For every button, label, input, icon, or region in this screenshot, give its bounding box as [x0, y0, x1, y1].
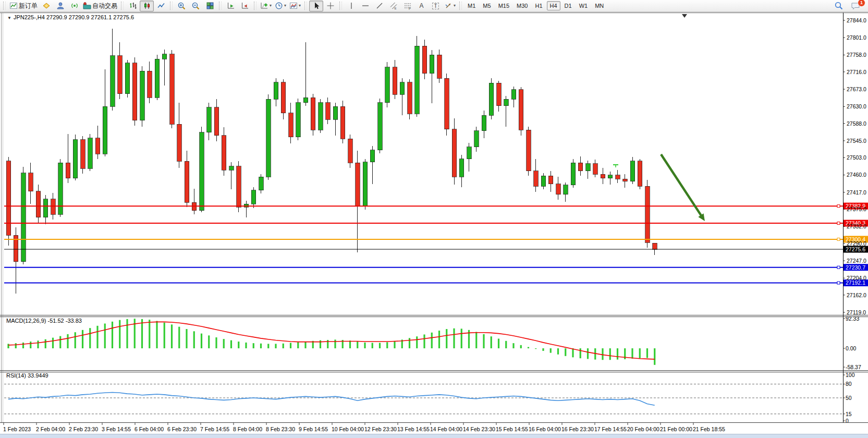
auto-trading-button[interactable]: 自动交易: [81, 1, 119, 11]
window-bottom-edge: [0, 434, 868, 438]
svg-text:27332.0: 27332.0: [847, 223, 866, 229]
svg-text:27162.0: 27162.0: [847, 292, 866, 298]
new-order-button[interactable]: 新订单: [8, 1, 39, 11]
candle-up: [303, 98, 308, 102]
toolbar-separator: [219, 2, 222, 10]
candle-down: [214, 107, 219, 136]
auto-trading-icon: [83, 2, 91, 10]
gold-ingot-icon: [42, 2, 51, 10]
bar-chart-mode-button[interactable]: [126, 1, 140, 11]
timeframe-h1[interactable]: H1: [532, 1, 545, 10]
candle-down: [556, 184, 561, 194]
candle-down: [6, 161, 11, 236]
candle-up: [630, 161, 635, 181]
line-anchor: [837, 238, 840, 240]
periods-button[interactable]: ▾: [273, 1, 288, 11]
notifications-button[interactable]: 1: [849, 1, 863, 11]
line-chart-mode-button[interactable]: [154, 1, 168, 11]
candlestick-mode-button[interactable]: [140, 1, 154, 11]
timeframe-w1[interactable]: W1: [576, 1, 591, 10]
time-axis-label: 10 Feb 04:00: [332, 426, 364, 432]
arrow-objects-icon: [444, 2, 453, 10]
candle-down: [548, 176, 553, 184]
vertical-line-icon: [348, 2, 355, 10]
candle-down: [422, 46, 427, 74]
fibonacci-tool-button[interactable]: F: [400, 1, 414, 11]
new-order-label: 新订单: [19, 2, 38, 10]
svg-text:27417.0: 27417.0: [847, 189, 866, 196]
time-axis-label: 14 Feb 04:00: [430, 426, 462, 432]
svg-text:80: 80: [846, 381, 852, 387]
label-tool-button[interactable]: T: [429, 1, 443, 11]
toolbar-separator: [170, 2, 173, 10]
candle-up: [586, 164, 591, 171]
signal-icon: [70, 2, 79, 10]
macd-indicator-label: MACD(12,26,9) -51.52 -33.83: [6, 318, 82, 324]
candle-down: [356, 163, 360, 206]
svg-text:27758.0: 27758.0: [847, 52, 866, 58]
candle-down: [66, 163, 70, 178]
tile-windows-button[interactable]: [203, 1, 217, 11]
candle-up: [608, 175, 613, 178]
svg-text:27545.0: 27545.0: [847, 138, 866, 144]
line-anchor: [837, 205, 840, 208]
zoom-out-button[interactable]: [189, 1, 203, 11]
label-tool-icon: T: [432, 3, 438, 9]
candle-down: [289, 113, 294, 137]
horizontal-line-icon: [361, 2, 370, 10]
channel-tool-button[interactable]: E: [386, 1, 400, 11]
time-axis-label: 21 Feb 00:00: [660, 426, 692, 432]
search-button[interactable]: [832, 1, 846, 11]
time-axis-label: 16 Feb 04:00: [529, 426, 561, 432]
template-button[interactable]: ▾: [288, 1, 302, 11]
candle-up: [88, 138, 93, 169]
crosshair-tool-button[interactable]: [323, 1, 337, 11]
candle-up: [541, 176, 546, 186]
auto-scroll-button[interactable]: [224, 1, 238, 11]
candle-down: [170, 54, 175, 124]
cursor-icon: [312, 2, 321, 10]
candle-up: [511, 90, 516, 100]
zoom-in-button[interactable]: [175, 1, 189, 11]
price-chart-canvas[interactable]: 100805015027382.927340.327300.427275.627…: [0, 13, 868, 434]
svg-text:27204.0: 27204.0: [847, 275, 866, 281]
chart-shift-icon: [241, 2, 249, 10]
trading-terminal-window: 新订单 自动交易: [0, 0, 868, 438]
accounts-button[interactable]: [53, 1, 67, 11]
candle-up: [378, 103, 383, 150]
arrows-tool-button[interactable]: ▾: [443, 1, 457, 11]
timeframe-d1[interactable]: D1: [561, 1, 575, 10]
candle-up: [489, 83, 494, 115]
candle-down: [393, 67, 397, 95]
line-anchor: [837, 282, 840, 284]
text-tool-button[interactable]: A: [414, 1, 429, 11]
cursor-tool-button[interactable]: [309, 1, 323, 11]
candle-down: [593, 164, 598, 174]
candle-down: [185, 161, 189, 202]
add-indicator-button[interactable]: ▾: [259, 1, 273, 11]
trendline-icon: [375, 2, 384, 10]
candle-up: [571, 163, 576, 185]
time-axis-label: 13 Feb 14:55: [397, 426, 430, 432]
profile-icon: [56, 2, 65, 10]
signals-button[interactable]: [67, 1, 81, 11]
timeframe-mn[interactable]: MN: [592, 1, 607, 10]
time-axis-label: 14 Feb 23:30: [463, 426, 495, 432]
market-watch-button[interactable]: [39, 1, 53, 11]
dropdown-caret-icon: ▾: [454, 4, 456, 8]
timeframe-m15[interactable]: M15: [495, 1, 512, 10]
timeframe-m30[interactable]: M30: [514, 1, 531, 10]
vertical-line-tool-button[interactable]: [344, 1, 358, 11]
timeframe-m1[interactable]: M1: [464, 1, 479, 10]
horizontal-line-tool-button[interactable]: [358, 1, 372, 11]
chart-shift-button[interactable]: [238, 1, 252, 11]
svg-text:27275.6: 27275.6: [846, 246, 865, 252]
timeframe-m5[interactable]: M5: [480, 1, 494, 10]
candle-up: [415, 46, 420, 114]
trendline-tool-button[interactable]: [372, 1, 386, 11]
svg-text:0.00: 0.00: [846, 345, 857, 351]
timeframe-h4[interactable]: H4: [547, 1, 560, 10]
toolbar: 新订单 自动交易: [0, 0, 868, 12]
candle-down: [519, 90, 523, 130]
time-axis-label: 15 Feb 14:55: [496, 426, 528, 432]
